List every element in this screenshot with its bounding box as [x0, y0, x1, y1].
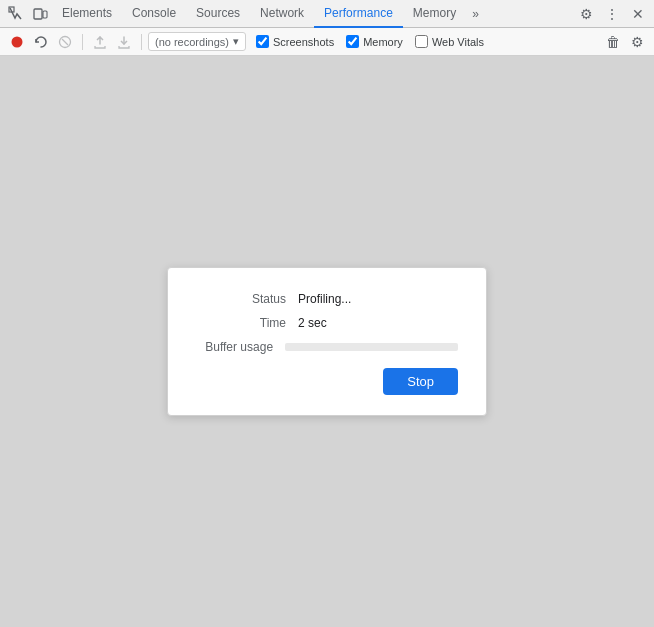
status-label: Status — [196, 292, 286, 306]
device-toggle-icon[interactable] — [28, 2, 52, 26]
memory-checkbox[interactable] — [346, 35, 359, 48]
svg-point-3 — [12, 36, 23, 47]
memory-checkbox-label[interactable]: Memory — [346, 35, 403, 48]
settings-gear-icon[interactable]: ⚙ — [574, 2, 598, 26]
time-row: Time 2 sec — [196, 316, 458, 330]
buffer-row: Buffer usage — [196, 340, 458, 354]
delete-recordings-button[interactable]: 🗑 — [602, 31, 624, 53]
toolbar-separator-1 — [82, 34, 83, 50]
buffer-label: Buffer usage — [196, 340, 273, 354]
stop-button[interactable]: Stop — [383, 368, 458, 395]
status-row: Status Profiling... — [196, 292, 458, 306]
status-value: Profiling... — [298, 292, 351, 306]
recordings-dropdown[interactable]: (no recordings) ▾ — [148, 32, 246, 51]
clear-button[interactable] — [54, 31, 76, 53]
dropdown-arrow-icon: ▾ — [233, 35, 239, 48]
webvitals-checkbox[interactable] — [415, 35, 428, 48]
reload-record-button[interactable] — [30, 31, 52, 53]
svg-rect-1 — [34, 9, 42, 19]
tab-elements[interactable]: Elements — [52, 0, 122, 28]
close-devtools-icon[interactable]: ✕ — [626, 2, 650, 26]
performance-toolbar: (no recordings) ▾ Screenshots Memory Web… — [0, 28, 654, 56]
time-value: 2 sec — [298, 316, 327, 330]
buffer-bar — [285, 343, 458, 351]
devtools-tab-bar: Elements Console Sources Network Perform… — [0, 0, 654, 28]
screenshots-checkbox-label[interactable]: Screenshots — [256, 35, 334, 48]
record-button[interactable] — [6, 31, 28, 53]
tab-memory[interactable]: Memory — [403, 0, 466, 28]
capture-settings-button[interactable]: ⚙ — [626, 31, 648, 53]
tab-performance[interactable]: Performance — [314, 0, 403, 28]
tab-console[interactable]: Console — [122, 0, 186, 28]
download-button[interactable] — [113, 31, 135, 53]
tab-network[interactable]: Network — [250, 0, 314, 28]
webvitals-checkbox-label[interactable]: Web Vitals — [415, 35, 484, 48]
inspect-icon[interactable] — [4, 2, 28, 26]
more-tabs-button[interactable]: » — [466, 3, 485, 25]
more-options-icon[interactable]: ⋮ — [600, 2, 624, 26]
time-label: Time — [196, 316, 286, 330]
toolbar-separator-2 — [141, 34, 142, 50]
toolbar-checkboxes: Screenshots Memory Web Vitals — [256, 35, 484, 48]
dialog-footer: Stop — [196, 368, 458, 395]
profiling-dialog: Status Profiling... Time 2 sec Buffer us… — [167, 267, 487, 416]
screenshots-checkbox[interactable] — [256, 35, 269, 48]
main-content-area: Status Profiling... Time 2 sec Buffer us… — [0, 56, 654, 627]
upload-button[interactable] — [89, 31, 111, 53]
tab-sources[interactable]: Sources — [186, 0, 250, 28]
svg-line-5 — [62, 39, 68, 45]
svg-rect-2 — [43, 11, 47, 18]
